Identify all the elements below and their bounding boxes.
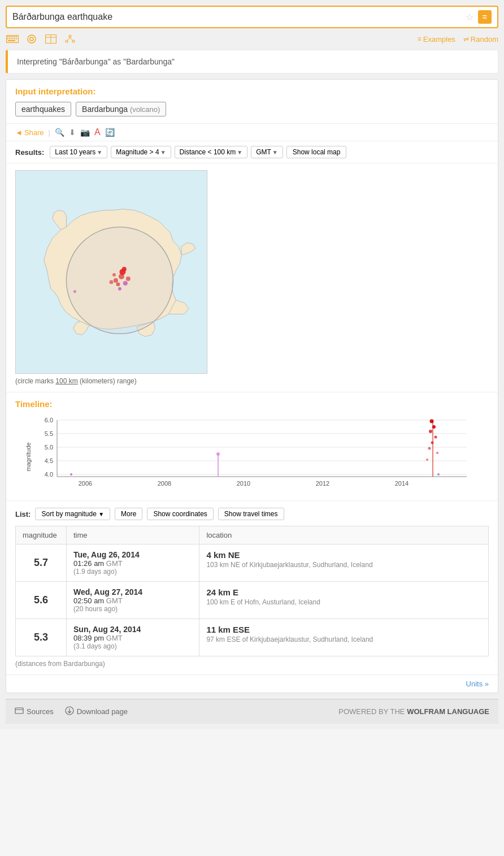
svg-text:4.0: 4.0 xyxy=(45,471,53,478)
svg-point-61 xyxy=(429,430,432,433)
info-icon[interactable]: 🔄 xyxy=(105,128,115,137)
toolbar: ≡ Examples ⇌ Random xyxy=(6,33,498,45)
svg-point-15 xyxy=(30,37,33,41)
svg-rect-1 xyxy=(7,36,8,37)
sources-link[interactable]: Sources xyxy=(15,707,54,716)
dropdown-arrow3: ▼ xyxy=(237,149,242,155)
svg-point-65 xyxy=(436,452,438,454)
map-container: (circle marks 100 km (kilometers) range) xyxy=(6,163,498,392)
random-link[interactable]: ⇌ Random xyxy=(463,35,498,44)
svg-text:2008: 2008 xyxy=(158,480,171,487)
svg-point-67 xyxy=(437,473,440,475)
toolbar-icons xyxy=(6,34,418,44)
svg-point-25 xyxy=(66,227,173,334)
results-header: Results: Last 10 years ▼ Magnitude > 4 ▼… xyxy=(6,141,498,163)
search-bar[interactable]: Bárðarbunga earthquake ☆ = xyxy=(6,6,498,28)
svg-line-23 xyxy=(70,37,72,40)
table-row: 5.3 Sun, Aug 24, 2014 08:39 pm GMT (3.1 … xyxy=(16,619,489,656)
zoom-icon[interactable]: 🔍 xyxy=(55,128,64,137)
share-link[interactable]: ◄ Share xyxy=(15,128,44,137)
svg-point-14 xyxy=(28,35,36,43)
search-input[interactable]: Bárðarbunga earthquake xyxy=(12,12,466,22)
download-link[interactable]: Download page xyxy=(65,706,128,717)
magnitude-cell: 5.7 xyxy=(16,544,67,582)
filter-gmt-btn[interactable]: GMT ▼ xyxy=(251,146,283,158)
magnitude-cell: 5.6 xyxy=(16,582,67,619)
share-icon: ◄ xyxy=(15,128,23,137)
svg-point-36 xyxy=(73,290,76,293)
location-cell: 4 km NE 103 km NE of Kirkjubaejarklaustu… xyxy=(199,544,489,582)
time-date: Sun, Aug 24, 2014 xyxy=(73,625,192,634)
sort-magnitude-btn[interactable]: Sort by magnitude ▼ xyxy=(35,508,110,520)
image-icon[interactable]: 📷 xyxy=(80,128,90,137)
svg-rect-2 xyxy=(9,36,10,37)
svg-text:magnitude: magnitude xyxy=(25,442,32,471)
download-icon[interactable]: ⬇ xyxy=(69,128,76,137)
share-bar: ◄ Share | 🔍 ⬇ 📷 A 🔄 xyxy=(6,124,498,141)
table-row: 5.7 Tue, Aug 26, 2014 01:26 am GMT (1.9 … xyxy=(16,544,489,582)
filter-years-btn[interactable]: Last 10 years ▼ xyxy=(50,146,107,158)
footer: Sources Download page POWERED BY THE WOL… xyxy=(6,699,498,724)
svg-text:6.0: 6.0 xyxy=(45,417,53,423)
chips-row: earthquakes Bardarbunga (volcano) xyxy=(15,102,489,116)
examples-link[interactable]: ≡ Examples xyxy=(418,35,455,44)
filter-magnitude-btn[interactable]: Magnitude > 4 ▼ xyxy=(111,146,171,158)
chip-bardarbunga[interactable]: Bardarbunga (volcano) xyxy=(76,102,166,116)
time-cell: Tue, Aug 26, 2014 01:26 am GMT (1.9 days… xyxy=(67,544,199,582)
units-link[interactable]: Units » xyxy=(466,680,489,688)
list-icon: ≡ xyxy=(418,35,422,43)
svg-rect-13 xyxy=(8,40,15,41)
location-cell: 11 km ESE 97 km ESE of Kirkjubaejarklaus… xyxy=(199,619,489,656)
svg-rect-68 xyxy=(15,708,23,714)
bookmark-icon: ☆ xyxy=(466,12,473,23)
keyboard-icon[interactable] xyxy=(6,34,19,44)
magnitude-cell: 5.3 xyxy=(16,619,67,656)
svg-point-66 xyxy=(426,459,428,461)
svg-rect-5 xyxy=(14,36,15,37)
svg-rect-6 xyxy=(16,36,17,37)
search-button[interactable]: = xyxy=(478,10,492,24)
time-date: Wed, Aug 27, 2014 xyxy=(73,587,192,596)
svg-rect-11 xyxy=(14,38,15,40)
network-icon[interactable] xyxy=(63,34,77,44)
input-interpretation-section: Input interpretation: earthquakes Bardar… xyxy=(6,80,498,124)
svg-rect-8 xyxy=(9,38,10,40)
filter-distance-btn[interactable]: Distance < 100 km ▼ xyxy=(175,146,248,158)
footer-right: POWERED BY THE WOLFRAM LANGUAGE xyxy=(338,707,489,716)
svg-point-55 xyxy=(70,473,72,475)
more-btn[interactable]: More xyxy=(115,508,142,520)
col-location-header: location xyxy=(199,526,489,544)
chip-earthquakes[interactable]: earthquakes xyxy=(15,102,71,116)
text-icon[interactable]: A xyxy=(94,127,101,137)
table-row: 5.6 Wed, Aug 27, 2014 02:50 am GMT (20 h… xyxy=(16,582,489,619)
svg-line-22 xyxy=(68,37,70,40)
timeline-section: Timeline: magnitude 6.0 xyxy=(6,392,498,501)
svg-text:5.5: 5.5 xyxy=(45,430,53,437)
time-cell: Wed, Aug 27, 2014 02:50 am GMT (20 hours… xyxy=(67,582,199,619)
svg-point-31 xyxy=(112,273,116,276)
show-travel-times-btn[interactable]: Show travel times xyxy=(218,508,284,520)
svg-rect-10 xyxy=(12,38,14,40)
svg-point-19 xyxy=(69,35,71,37)
show-local-map-btn[interactable]: Show local map xyxy=(286,146,347,158)
svg-text:4.5: 4.5 xyxy=(45,457,53,464)
svg-text:2006: 2006 xyxy=(79,480,92,487)
show-coordinates-btn[interactable]: Show coordinates xyxy=(147,508,213,520)
svg-text:2014: 2014 xyxy=(395,480,409,487)
map-caption: (circle marks 100 km (kilometers) range) xyxy=(15,377,489,385)
svg-point-64 xyxy=(428,447,431,450)
svg-point-32 xyxy=(126,276,131,281)
distances-note: (distances from Bardarbunga) xyxy=(15,660,489,668)
camera2-icon[interactable] xyxy=(25,34,38,44)
units-row: Units » xyxy=(6,675,498,693)
svg-rect-4 xyxy=(12,36,14,37)
svg-point-21 xyxy=(72,40,75,42)
time-hour: 08:39 pm GMT xyxy=(73,634,192,642)
svg-rect-7 xyxy=(7,38,8,40)
svg-text:5.0: 5.0 xyxy=(45,444,53,451)
table-icon[interactable] xyxy=(44,34,58,44)
footer-left: Sources Download page xyxy=(15,706,128,717)
svg-point-29 xyxy=(116,282,120,286)
timeline-title: Timeline: xyxy=(15,399,489,409)
random-icon: ⇌ xyxy=(463,35,469,43)
